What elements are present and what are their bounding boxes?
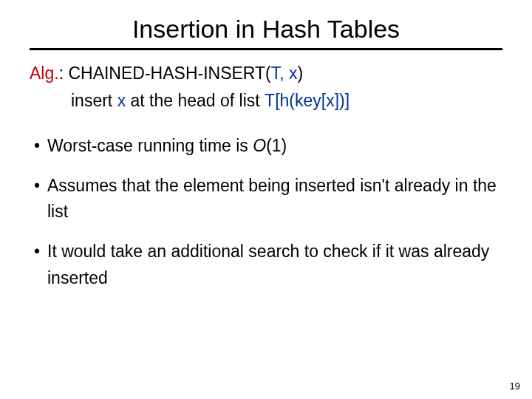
page-number: 19: [510, 381, 520, 392]
list-item: Assumes that the element being inserted …: [34, 173, 502, 225]
bullet-italic: O: [253, 136, 266, 155]
list-item: Worst-case running time is O(1): [34, 133, 502, 160]
alg-label: Alg.: [30, 64, 59, 83]
bullet-text: Worst-case running time is: [47, 136, 253, 155]
page-title: Insertion in Hash Tables: [30, 15, 502, 44]
bullet-text: Assumes that the element being inserted …: [47, 176, 497, 222]
action-expr: T[h(key[x])]: [265, 91, 349, 110]
bullet-list: Worst-case running time is O(1) Assumes …: [34, 133, 502, 291]
bullet-text: It would take an additional search to ch…: [47, 242, 489, 287]
alg-args: T, x: [271, 64, 298, 83]
action-pre: insert: [71, 91, 117, 110]
list-item: It would take an additional search to ch…: [34, 239, 502, 291]
action-x: x: [117, 91, 126, 110]
action-line: insert x at the head of list T[h(key[x])…: [71, 91, 502, 111]
title-divider: [30, 48, 502, 50]
alg-name: CHAINED-HASH-INSERT(: [68, 64, 270, 83]
alg-close: ): [298, 64, 304, 83]
algorithm-line: Alg.: CHAINED-HASH-INSERT(T, x): [30, 64, 502, 83]
action-mid: at the head of list: [126, 91, 265, 110]
bullet-tail: (1): [266, 136, 287, 155]
alg-colon: :: [59, 64, 69, 83]
